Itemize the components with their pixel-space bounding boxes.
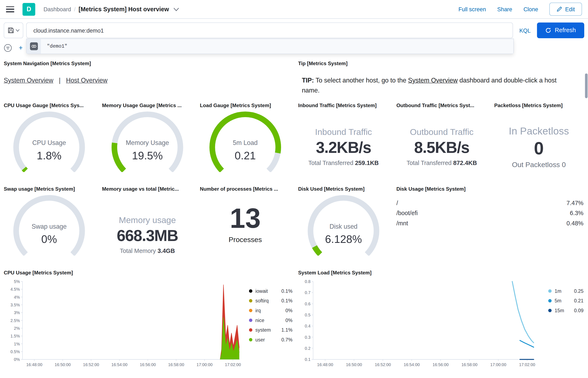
metric-value: 3.2KB/s bbox=[298, 139, 389, 157]
legend-dot bbox=[249, 309, 252, 312]
disk-path-label: / bbox=[397, 200, 429, 206]
panel-outbound-traffic: Outbound Traffic [Metrics Syst... Outbou… bbox=[397, 102, 487, 179]
processes-metric: 13 Processes bbox=[200, 193, 291, 244]
metric-name: Outbound Traffic bbox=[397, 127, 487, 137]
breadcrumb-dashboard[interactable]: Dashboard bbox=[43, 6, 71, 13]
scrollbar-thumb[interactable] bbox=[585, 73, 588, 98]
legend-label: iowait bbox=[255, 288, 268, 294]
panel-memory-usage-vs-total: Memory usage vs total [Metric... Memory … bbox=[102, 186, 193, 265]
legend-item[interactable]: nice0% bbox=[249, 317, 293, 323]
query-input[interactable]: cloud.instance.name:demo1 bbox=[26, 23, 513, 38]
svg-text:1.5%: 1.5% bbox=[11, 334, 20, 338]
full-screen-button[interactable]: Full screen bbox=[458, 6, 486, 13]
legend-item[interactable]: 15m0.09 bbox=[548, 308, 584, 313]
suggestion-item[interactable]: "demo1" bbox=[27, 39, 513, 54]
metric-sub-value: 259.1KB bbox=[355, 160, 379, 166]
panel-system-load-chart: System Load [Metrics System] 0.10.20.30.… bbox=[298, 269, 584, 377]
legend-item[interactable]: irq0% bbox=[249, 308, 293, 313]
panel-title: CPU Usage Gauge [Metrics Sys... bbox=[4, 103, 95, 108]
page-title: [Metrics System] Host overview bbox=[79, 6, 169, 13]
svg-text:19.5%: 19.5% bbox=[132, 149, 163, 162]
query-bar: cloud.instance.name:demo1 KQL Refresh bbox=[0, 23, 588, 38]
legend-label: irq bbox=[255, 308, 261, 313]
edit-button[interactable]: Edit bbox=[549, 3, 582, 16]
panel-title: System Navigation [Metrics System] bbox=[4, 61, 289, 67]
legend-dot bbox=[249, 319, 252, 322]
refresh-button[interactable]: Refresh bbox=[537, 23, 584, 38]
kql-language-button[interactable]: KQL bbox=[515, 23, 535, 38]
panel-disk-used: Disk Used [Metrics System] Disk used6.12… bbox=[298, 186, 389, 265]
link-system-overview[interactable]: System Overview bbox=[4, 77, 53, 84]
legend-value: 0.1% bbox=[281, 298, 293, 304]
svg-text:0.3: 0.3 bbox=[305, 335, 310, 339]
svg-text:16:48:00: 16:48:00 bbox=[26, 362, 42, 367]
system-navigation-links: System Overview | Host Overview bbox=[4, 77, 289, 84]
in-packetloss-label: In Packetloss bbox=[494, 125, 583, 137]
svg-text:17:02:00: 17:02:00 bbox=[225, 362, 241, 367]
cpu-usage-gauge: CPU Usage1.8% bbox=[4, 111, 95, 174]
clone-button[interactable]: Clone bbox=[523, 6, 538, 13]
in-packetloss-value: 0 bbox=[494, 138, 583, 159]
svg-text:0.7: 0.7 bbox=[305, 290, 310, 295]
deployment-logo[interactable]: D bbox=[23, 3, 35, 15]
swap-usage-gauge: Swap usage0% bbox=[4, 195, 95, 257]
link-host-overview[interactable]: Host Overview bbox=[66, 77, 107, 84]
add-filter-icon[interactable]: + bbox=[19, 45, 23, 51]
metric-value: 8.5KB/s bbox=[397, 139, 487, 157]
svg-text:16:50:00: 16:50:00 bbox=[55, 362, 71, 367]
query-text: cloud.instance.name:demo1 bbox=[33, 27, 104, 34]
legend-value: 0.7% bbox=[281, 337, 293, 342]
share-button[interactable]: Share bbox=[497, 6, 512, 13]
legend-label: 15m bbox=[555, 308, 564, 313]
menu-icon[interactable] bbox=[6, 6, 14, 12]
refresh-icon bbox=[545, 27, 551, 33]
svg-text:Memory Usage: Memory Usage bbox=[126, 139, 169, 147]
svg-text:0.1: 0.1 bbox=[305, 357, 310, 362]
chevron-down-icon[interactable] bbox=[173, 8, 179, 11]
legend-item[interactable]: iowait0.1% bbox=[249, 288, 293, 294]
pencil-icon bbox=[556, 6, 562, 12]
legend-item[interactable]: 1m0.25 bbox=[548, 288, 584, 294]
tip-link-system-overview[interactable]: System Overview bbox=[408, 77, 458, 84]
legend-item[interactable]: softirq0.1% bbox=[249, 298, 293, 304]
filter-menu-icon[interactable] bbox=[4, 44, 12, 52]
out-packetloss-value: 0 bbox=[562, 161, 566, 169]
legend-label: user bbox=[255, 337, 265, 342]
load-chart-body: 0.10.20.30.40.50.60.70.816:48:0016:50:00… bbox=[298, 277, 584, 371]
metric-value: 668.3MB bbox=[102, 227, 193, 245]
metric-sub-label: Total Transferred bbox=[407, 160, 451, 166]
panel-title: System Load [Metrics System] bbox=[298, 270, 584, 275]
legend-label: 1m bbox=[555, 288, 561, 294]
processes-value: 13 bbox=[200, 203, 291, 234]
metric-subtitle: Total Transferred 872.4KB bbox=[397, 160, 487, 166]
legend-dot bbox=[249, 328, 252, 332]
panel-title: Memory usage vs total [Metric... bbox=[102, 186, 193, 192]
svg-text:0%: 0% bbox=[14, 357, 20, 362]
svg-text:0.8: 0.8 bbox=[305, 279, 310, 284]
system-load-chart: 0.10.20.30.40.50.60.70.816:48:0016:50:00… bbox=[298, 277, 540, 371]
query-suggestion-popover: "demo1" bbox=[26, 39, 514, 54]
svg-text:Swap usage: Swap usage bbox=[32, 223, 67, 230]
svg-text:16:54:00: 16:54:00 bbox=[111, 362, 127, 367]
svg-text:0.6: 0.6 bbox=[305, 302, 310, 306]
legend-dot bbox=[548, 299, 552, 302]
legend-item[interactable]: 5m0.21 bbox=[548, 298, 584, 304]
metric-sub-label: Total Memory bbox=[120, 248, 156, 254]
app-root: D Dashboard / [Metrics System] Host over… bbox=[0, 0, 588, 378]
legend-dot bbox=[548, 289, 552, 293]
panel-swap-usage: Swap usage [Metrics System] Swap usage0% bbox=[4, 186, 95, 265]
cpu-chart-body: 0%0.5%1%1.5%2%2.5%3%3.5%4%4.5%5%16:48:00… bbox=[4, 277, 293, 371]
legend-item[interactable]: system1.1% bbox=[249, 327, 293, 333]
legend-label: softirq bbox=[255, 298, 269, 304]
out-packetloss-label: Out Packetloss bbox=[512, 161, 560, 169]
out-packetloss: Out Packetloss 0 bbox=[494, 161, 583, 169]
saved-query-menu-button[interactable] bbox=[4, 23, 23, 38]
panel-title: Swap usage [Metrics System] bbox=[4, 186, 95, 192]
svg-text:16:52:00: 16:52:00 bbox=[83, 362, 99, 367]
svg-text:0%: 0% bbox=[41, 233, 57, 245]
save-icon bbox=[8, 27, 14, 33]
panel-title: Tip [Metrics System] bbox=[298, 61, 579, 67]
disk-bar-track bbox=[429, 220, 556, 226]
legend-item[interactable]: user0.7% bbox=[249, 337, 293, 342]
metric-sub-value: 3.4GB bbox=[158, 248, 175, 254]
